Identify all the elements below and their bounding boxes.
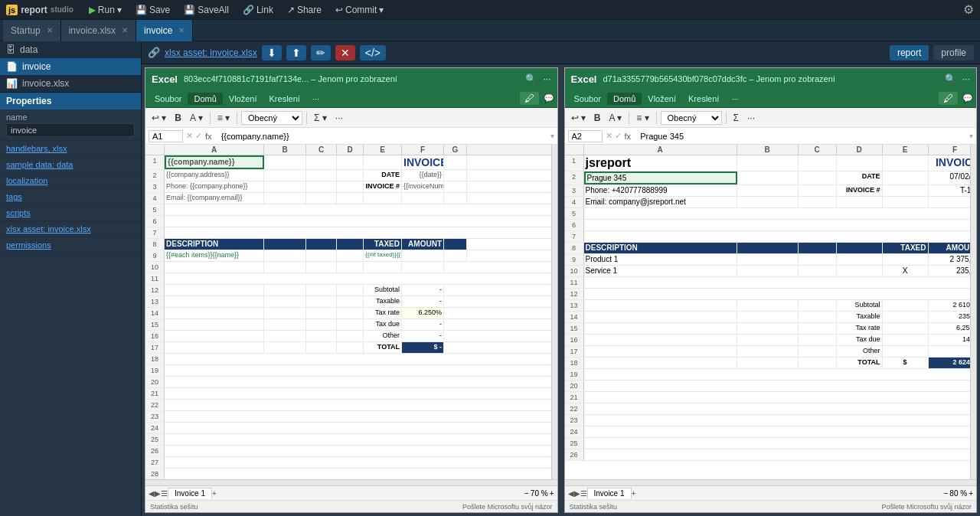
left-cell-3c[interactable] [306, 181, 337, 192]
left-cell-3a[interactable]: Phone: {{company.phone}} [165, 181, 264, 192]
right-cell-4b[interactable] [737, 197, 799, 207]
left-feedback-text[interactable]: Pošlete Microsoftu svůj názor [462, 503, 553, 511]
left-cell-8a[interactable]: DESCRIPTION [165, 239, 264, 250]
prop-sample-data-link[interactable]: sample data: data [6, 160, 135, 169]
left-cell-9f[interactable] [402, 250, 444, 261]
left-cell-4f[interactable] [402, 193, 444, 204]
left-cell-3b[interactable] [264, 181, 306, 192]
right-cell-10d[interactable] [837, 266, 883, 276]
left-cell-9c[interactable] [306, 250, 337, 261]
left-cell-9g[interactable] [444, 250, 467, 261]
left-cell-4b[interactable] [264, 193, 306, 204]
commit-button[interactable]: ↩ Commit ▾ [331, 3, 388, 17]
left-cell-1a[interactable]: {{company.name}} [165, 155, 264, 169]
left-cell-3e[interactable]: INVOICE # [364, 181, 402, 192]
right-cell-4c[interactable] [799, 197, 837, 207]
right-cell-10e[interactable]: X [883, 266, 929, 276]
left-cell-ref[interactable] [149, 130, 183, 142]
left-menu-kresleni[interactable]: Kreslení [263, 93, 306, 105]
right-cell-2c[interactable] [799, 171, 837, 185]
right-cell-3e[interactable] [883, 185, 929, 196]
right-sheet-menu-btn[interactable]: ☰ [580, 489, 587, 498]
left-bold-btn[interactable]: B [172, 112, 185, 124]
right-cell-3d[interactable]: INVOICE # [837, 185, 883, 196]
right-zoom-minus[interactable]: − [944, 489, 949, 498]
left-cell-2g[interactable] [444, 170, 467, 181]
tab-invoice-xlsx[interactable]: invoice.xlsx ✕ [61, 20, 136, 41]
right-sheet-tab[interactable]: Invoice 1 [587, 488, 632, 498]
left-formula-input[interactable] [218, 131, 547, 142]
right-cell-8a[interactable]: DESCRIPTION [584, 243, 737, 253]
left-format-select[interactable]: Obecný [241, 111, 302, 125]
left-cell-8g[interactable] [444, 239, 467, 250]
right-cell-2f[interactable]: 07/02/22 [929, 171, 971, 185]
left-cell-8c[interactable] [306, 239, 337, 250]
saveall-button[interactable]: 💾 SaveAll [179, 3, 234, 17]
right-cell-3b[interactable] [737, 185, 799, 196]
left-search-icon[interactable]: 🔍 [525, 73, 537, 84]
link-button[interactable]: 🔗 Link [238, 3, 278, 17]
right-add-sheet-btn[interactable]: + [632, 489, 636, 498]
right-scrollbar-h[interactable] [565, 479, 977, 485]
right-cell-4f[interactable] [929, 197, 971, 207]
left-cell-2c[interactable] [306, 170, 337, 181]
left-cell-4a[interactable]: Email: {{company.email}} [165, 193, 264, 204]
sidebar-item-invoice-xlsx[interactable]: 📊 invoice.xlsx [0, 75, 141, 92]
upload-button[interactable]: ⬆ [286, 45, 306, 60]
left-cell-4c[interactable] [306, 193, 337, 204]
left-cell-3d[interactable] [337, 181, 364, 192]
right-cell-4d[interactable] [837, 197, 883, 207]
left-zoom-minus[interactable]: − [524, 489, 529, 498]
left-cell-9a[interactable]: {{#each items}}{{name}} [165, 250, 264, 261]
left-cell-1g[interactable] [444, 155, 467, 169]
left-cell-9d[interactable] [337, 250, 364, 261]
right-cell-1c[interactable] [799, 155, 837, 171]
right-cell-2b[interactable] [737, 171, 799, 185]
left-menu-soubor[interactable]: Soubor [149, 93, 188, 105]
delete-button[interactable]: ✕ [335, 45, 355, 60]
left-cell-4d[interactable] [337, 193, 364, 204]
right-cell-2e[interactable] [883, 171, 929, 185]
right-cell-10a[interactable]: Service 1 [584, 266, 737, 276]
edit-button[interactable]: ✏ [311, 45, 331, 60]
left-cell-8b[interactable] [264, 239, 306, 250]
report-button[interactable]: report [890, 45, 929, 60]
left-menu-vlozeni[interactable]: Vložení [223, 93, 263, 105]
right-cell-4a[interactable]: Email: company@jsreport.net [584, 197, 737, 207]
left-cell-3g[interactable] [444, 181, 467, 192]
left-undo-btn[interactable]: ↩ ▾ [149, 112, 169, 124]
right-menu-more[interactable]: ··· [725, 93, 744, 105]
left-cell-2a[interactable]: {{company.address}} [165, 170, 264, 181]
right-excel-more-icon[interactable]: ··· [962, 73, 970, 84]
right-cell-2d[interactable]: DATE [837, 171, 883, 185]
share-button[interactable]: ↗ Share [283, 3, 326, 17]
right-cell-9e[interactable] [883, 254, 929, 265]
right-search-icon[interactable]: 🔍 [945, 73, 956, 84]
left-cell-1f[interactable]: INVOICE [402, 155, 444, 169]
left-cell-1d[interactable] [337, 155, 364, 169]
right-cell-9c[interactable] [799, 254, 837, 265]
left-cell-8f[interactable]: AMOUNT [402, 239, 444, 250]
right-scrollbar-v[interactable] [970, 145, 976, 479]
right-cell-1d[interactable] [837, 155, 883, 171]
right-cell-9b[interactable] [737, 254, 799, 265]
tab-startup[interactable]: Startup ✕ [3, 20, 61, 41]
right-more-btn[interactable]: ··· [744, 112, 758, 124]
left-cell-1e[interactable] [364, 155, 402, 169]
right-comment-icon[interactable]: 💬 [962, 93, 973, 103]
left-cell-4e[interactable] [364, 193, 402, 204]
right-cell-10b[interactable] [737, 266, 799, 276]
right-menu-soubor[interactable]: Soubor [568, 93, 607, 105]
prop-localization-link[interactable]: localization [6, 176, 135, 185]
right-cell-3f[interactable]: T-123 [929, 185, 971, 196]
right-align-btn[interactable]: ≡ ▾ [633, 112, 652, 124]
left-sheet-menu-btn[interactable]: ☰ [161, 489, 168, 498]
right-cell-1f[interactable]: INVOICE [929, 155, 971, 171]
left-cell-1c[interactable] [306, 155, 337, 169]
right-cell-ref[interactable] [568, 130, 603, 142]
right-cell-10f[interactable]: 235,00 [929, 266, 971, 276]
right-cell-8f[interactable]: AMOUNT [929, 243, 971, 253]
right-cell-4e[interactable] [883, 197, 929, 207]
right-cell-8b[interactable] [737, 243, 799, 253]
left-next-sheet-btn[interactable]: ▶ [155, 489, 161, 498]
